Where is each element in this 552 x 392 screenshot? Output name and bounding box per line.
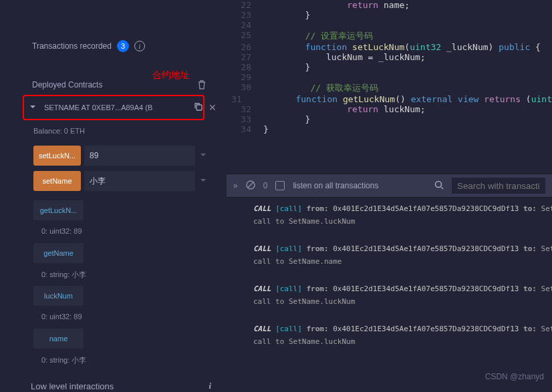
- setlucknum-button[interactable]: setLuckN...: [33, 146, 81, 166]
- setname-input[interactable]: [84, 171, 195, 191]
- lucknum-result: 0: uint32: 89: [41, 313, 82, 321]
- transactions-label: Transactions recorded: [32, 41, 112, 51]
- getname-result: 0: string: 小李: [41, 270, 86, 280]
- trash-icon[interactable]: [198, 80, 206, 91]
- info-icon[interactable]: i: [209, 381, 211, 391]
- search-input[interactable]: [452, 178, 545, 194]
- lucknum-button[interactable]: luckNum: [33, 286, 84, 306]
- deployed-contracts-label: Deployed Contracts: [32, 80, 102, 89]
- chevron-down-icon[interactable]: [199, 151, 207, 161]
- side-panel: Transactions recorded 3 i 合约地址 Deployed …: [0, 0, 227, 392]
- svg-rect-0: [196, 105, 202, 110]
- name-button[interactable]: name: [33, 329, 84, 349]
- editor-panel: 22 return name;23 }2425 // 设置幸运号码26 func…: [227, 0, 552, 392]
- no-entry-icon[interactable]: [246, 180, 255, 192]
- setname-button[interactable]: setName: [33, 171, 81, 191]
- info-icon[interactable]: i: [134, 41, 145, 51]
- getlucknum-result: 0: uint32: 89: [41, 227, 82, 235]
- code-editor[interactable]: 22 return name;23 }2425 // 设置幸运号码26 func…: [227, 0, 552, 174]
- getlucknum-button[interactable]: getLuckN...: [33, 200, 84, 220]
- function-setname-row: setName: [33, 171, 207, 191]
- svg-point-2: [436, 181, 442, 187]
- getname-button[interactable]: getName: [33, 243, 84, 263]
- function-lucknum-row: luckNum: [33, 286, 207, 306]
- chevron-down-icon[interactable]: [29, 104, 36, 112]
- setlucknum-input[interactable]: [84, 146, 195, 166]
- chevrons-icon[interactable]: »: [233, 181, 238, 190]
- contract-address-text: SETNAME AT 0XEB7...A89A4 (B: [44, 104, 152, 112]
- listen-checkbox[interactable]: [275, 181, 285, 190]
- chevron-down-icon[interactable]: [199, 176, 207, 186]
- transactions-count-badge: 3: [117, 40, 129, 52]
- name-result: 0: string: 小李: [41, 355, 86, 365]
- low-level-label: Low level interactions: [31, 381, 114, 391]
- red-annotation-text: 合约地址: [152, 69, 190, 81]
- function-getname-row: getName: [33, 243, 207, 263]
- function-name-row: name: [33, 329, 207, 349]
- contract-header-row[interactable]: SETNAME AT 0XEB7...A89A4 (B ✕: [29, 98, 217, 117]
- terminal-bar: » 0 listen on all transactions: [227, 174, 552, 198]
- search-icon[interactable]: [434, 180, 444, 192]
- watermark-text: CSDN @zhanyd: [485, 372, 544, 381]
- close-icon[interactable]: ✕: [209, 102, 217, 113]
- function-setlucknum-row: setLuckN...: [33, 146, 207, 166]
- copy-icon[interactable]: [194, 102, 203, 113]
- low-level-interactions-row[interactable]: Low level interactions i: [31, 381, 211, 391]
- balance-label: Balance: 0 ETH: [33, 127, 85, 135]
- function-getlucknum-row: getLuckN...: [33, 200, 207, 220]
- transactions-recorded-row[interactable]: Transactions recorded 3 i: [0, 36, 227, 56]
- pending-count: 0: [263, 181, 268, 190]
- terminal-console[interactable]: CALL [call] from: 0x401Ec2d1E34d5Ae1fA07…: [227, 198, 552, 392]
- listen-label: listen on all transactions: [293, 181, 378, 190]
